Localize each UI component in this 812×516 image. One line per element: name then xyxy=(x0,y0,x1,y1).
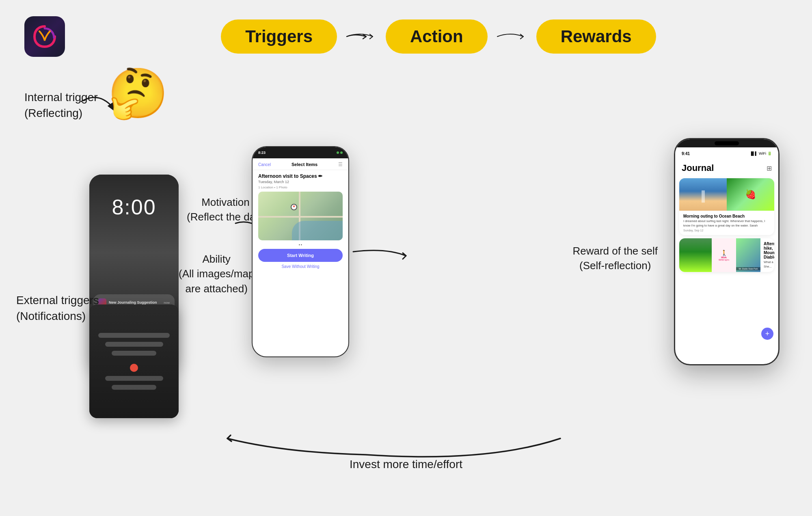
app-icon xyxy=(24,16,65,57)
phone-reward-mockup: 9:41 ▐▌▌ WiFi 🔋 Journal ⊞ xyxy=(674,138,780,365)
walk-stats: 🚶 Walk 9950 kj/m xyxy=(712,238,736,272)
ability-label: Ability (All images/map are attached) xyxy=(179,252,254,296)
signal-bars: ▐▌▌ xyxy=(750,151,758,155)
journal-title: Journal xyxy=(682,163,714,173)
dynamic-island xyxy=(715,141,739,145)
dynamic-island-area xyxy=(675,139,778,147)
journal-card-desc: I dreamed about surfing last night. When… xyxy=(683,219,770,228)
phone-action-mockup: 8:23 Cancel Select Items ☰ Afternoon vis… xyxy=(252,146,349,357)
journal-card-2[interactable]: 🚶 Walk 9950 kj/m Mt. Diablo State Park A… xyxy=(679,238,774,272)
journal-card-title: Morning outing to Ocean Beach xyxy=(683,214,770,218)
triggers-pill: Triggers xyxy=(221,19,337,54)
blurred-line-3 xyxy=(112,351,156,356)
reward-phone-time: 9:41 xyxy=(682,151,690,156)
main-content: Internal trigger (Reflecting) 🤔 8:00 New… xyxy=(0,65,812,512)
entry-title: Afternoon visit to Spaces ✏ xyxy=(253,170,348,180)
rewards-pill: Rewards xyxy=(536,19,656,54)
phone-second-screen xyxy=(89,304,179,418)
blurred-line-1 xyxy=(98,333,170,338)
flow-header: Triggers Action Rewards xyxy=(89,19,788,54)
blurred-line-2 xyxy=(105,342,163,347)
park-name: Mt. Diablo State Park xyxy=(736,267,760,270)
hike-image xyxy=(679,238,712,272)
hike-card-title: Afternoon hike, Mount Diablo xyxy=(764,242,774,259)
action-media-preview: 📍 xyxy=(258,192,343,240)
journal-card-date: Sunday, Sep 12 xyxy=(683,229,770,232)
menu-icon: ☰ xyxy=(338,162,343,167)
save-without-writing-link[interactable]: Save Without Writing xyxy=(253,262,348,271)
action-status-bar: 8:23 xyxy=(253,147,348,158)
cancel-button[interactable]: Cancel xyxy=(258,162,271,167)
park-map: Mt. Diablo State Park xyxy=(736,238,760,272)
thinking-person-illustration: 🤔 xyxy=(97,65,179,146)
arrow-action-rewards xyxy=(496,30,528,43)
internal-trigger-label: Internal trigger (Reflecting) xyxy=(24,89,98,121)
invest-label: Invest more time/effort xyxy=(350,458,462,471)
journal-card-images: 🍓 xyxy=(679,178,774,211)
notif-title: New Journaling Suggestion xyxy=(109,300,157,304)
berries-image: 🍓 xyxy=(727,178,774,211)
status-icons xyxy=(337,151,343,154)
header: Triggers Action Rewards xyxy=(0,0,812,65)
hike-card-desc: What a day! She... xyxy=(764,260,774,269)
beach-image xyxy=(679,178,727,211)
blurred-line-5 xyxy=(112,385,156,390)
entry-date: Tuesday, March 12 xyxy=(253,180,348,184)
notif-time: now xyxy=(164,301,170,304)
red-indicator-dot xyxy=(130,364,138,372)
journal-footer: + xyxy=(675,274,778,364)
map-road-h xyxy=(258,216,343,218)
journal-header: Journal ⊞ xyxy=(675,160,778,177)
phone-lock-time: 8:00 xyxy=(89,175,179,219)
map-pin: 📍 xyxy=(291,204,297,210)
signal-icon xyxy=(337,151,339,154)
wifi-symbol: WiFi xyxy=(759,151,766,155)
reward-status-bar: 9:41 ▐▌▌ WiFi 🔋 xyxy=(675,147,778,160)
action-phone-time: 8:23 xyxy=(258,151,266,155)
journal-card-1[interactable]: 🍓 Morning outing to Ocean Beach I dreame… xyxy=(679,178,774,235)
battery-icon: 🔋 xyxy=(767,151,772,155)
carousel-dots: • • xyxy=(253,240,348,249)
hike-card-body: Afternoon hike, Mount Diablo What a day!… xyxy=(760,238,774,272)
journal-card-body: Morning outing to Ocean Beach I dreamed … xyxy=(679,211,774,235)
walk-value: 9950 kj/m xyxy=(719,259,729,261)
select-items-title: Select Items xyxy=(292,162,317,167)
add-entry-button[interactable]: + xyxy=(761,328,773,340)
reward-self-label: Reward of the self (Self-reflection) xyxy=(572,244,658,273)
blurred-line-4 xyxy=(105,376,163,381)
external-trigger-label: External triggers (Notifications) xyxy=(16,292,99,324)
start-writing-button[interactable]: Start Writing xyxy=(258,249,343,262)
entry-meta: 1 Location • 1 Photo xyxy=(253,186,348,189)
wifi-icon xyxy=(340,151,343,154)
filter-icon[interactable]: ⊞ xyxy=(767,164,772,172)
action-pill: Action xyxy=(386,19,488,54)
arrow-triggers-action xyxy=(345,30,378,43)
walk-icon: 🚶 xyxy=(721,250,728,256)
action-nav-bar: Cancel Select Items ☰ xyxy=(253,158,348,170)
map-water xyxy=(292,221,343,240)
reward-status-icons: ▐▌▌ WiFi 🔋 xyxy=(750,151,772,155)
